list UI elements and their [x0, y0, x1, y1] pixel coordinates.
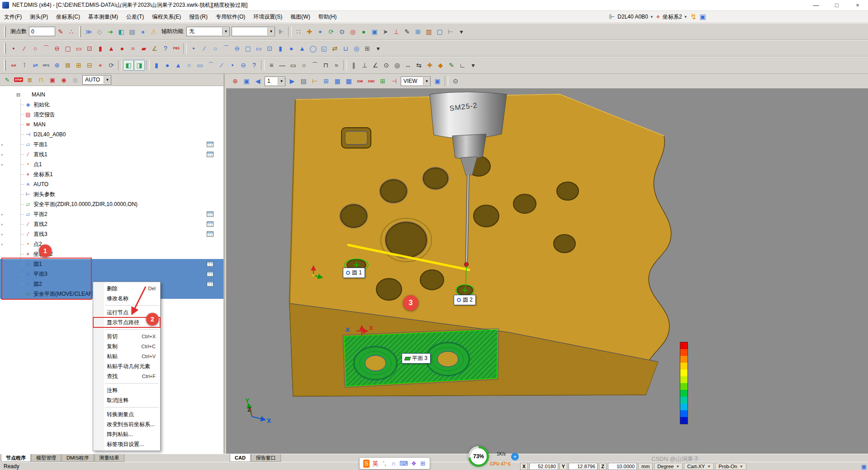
coord-mode-combo[interactable]: Cart-XY▼: [684, 463, 714, 470]
datum-icon[interactable]: ∟: [457, 60, 468, 71]
auto-rect-icon[interactable]: ▭: [194, 60, 205, 71]
iterate-align-icon[interactable]: ⊕: [52, 60, 62, 71]
corner-3d-icon[interactable]: ◱: [318, 43, 329, 54]
rotate-view-icon[interactable]: ⟳: [326, 26, 337, 37]
toolbar-separator[interactable]: [445, 76, 448, 86]
ime-mode-label[interactable]: 英: [372, 460, 379, 468]
annotate-pen-icon[interactable]: ✎: [402, 26, 413, 37]
hatch-section-icon[interactable]: ≡: [266, 60, 277, 71]
rect-blue-icon[interactable]: ▭: [253, 43, 264, 54]
graph-view-icon[interactable]: ▦: [332, 76, 343, 86]
menu-item[interactable]: 坐标系(C): [52, 11, 84, 23]
line-blue-icon[interactable]: ∕: [199, 43, 210, 54]
view-select-combo[interactable]: VIEW ▼: [401, 77, 431, 86]
result-table-icon[interactable]: [207, 271, 213, 277]
square-red-icon[interactable]: ▢: [62, 43, 73, 54]
curve-red-icon[interactable]: ≈: [128, 43, 138, 54]
context-menu-item[interactable]: [93, 381, 160, 385]
ellipse-red-icon[interactable]: ⊖: [52, 43, 62, 54]
run-auto-icon[interactable]: ≫: [83, 26, 94, 37]
context-menu-item[interactable]: 删除 Del: [93, 283, 160, 293]
circle-2d-icon[interactable]: ○: [299, 60, 309, 71]
green-sphere-icon[interactable]: ●: [358, 26, 369, 37]
tree-node[interactable]: ▱ 安全平面(ZDIR,10.0000,ZDIR,10.0000,ON): [0, 199, 223, 209]
plane3-label[interactable]: 平面 3: [402, 353, 431, 364]
machine-status-icon[interactable]: ▣: [700, 13, 706, 21]
menu-item[interactable]: 基本测量(M): [84, 11, 122, 23]
ime-mic-icon[interactable]: ∩: [390, 460, 397, 468]
cad-scene[interactable]: SM25-2 X X: [226, 89, 868, 454]
context-menu-item[interactable]: 粘贴手动几何元素: [93, 361, 160, 371]
zoom-icon[interactable]: ⊙: [450, 76, 461, 86]
auto-ellipse-icon[interactable]: ⊖: [238, 60, 249, 71]
simulate-sphere-icon[interactable]: ●: [138, 26, 148, 37]
auto-line-icon[interactable]: ∕: [216, 60, 227, 71]
point-blue-icon[interactable]: •: [188, 43, 199, 54]
probe-find-icon[interactable]: ◉: [59, 75, 69, 85]
collision-check-icon[interactable]: ▣: [47, 75, 57, 85]
tree-node[interactable]: ▸ • 点2: [0, 239, 223, 249]
auto-help-icon[interactable]: ?: [249, 60, 260, 71]
report-book-icon[interactable]: ▥: [423, 26, 434, 37]
new-report-icon[interactable]: ▤: [298, 76, 309, 86]
warning-icon[interactable]: ⚠: [148, 26, 159, 37]
sogou-logo-icon[interactable]: S: [363, 460, 370, 468]
surface-red-icon[interactable]: ▰: [138, 43, 149, 54]
concentric2-icon[interactable]: ◎: [392, 60, 403, 71]
sphere-blue-icon[interactable]: ●: [286, 43, 297, 54]
arc-red-icon[interactable]: ⌒: [41, 43, 52, 54]
auto-circle-icon[interactable]: ○: [184, 60, 194, 71]
rotate-view-icon[interactable]: ◨: [134, 60, 145, 71]
overlay-view-icon[interactable]: ▩: [343, 76, 354, 86]
tree-node[interactable]: M MAN: [0, 120, 223, 129]
result-table-icon[interactable]: [207, 152, 213, 157]
probe-axis-icon[interactable]: ⌖: [95, 60, 106, 71]
tree-node[interactable]: ⌖ 坐标系1: [0, 169, 223, 179]
arc-2d-icon[interactable]: ⌒: [309, 60, 320, 71]
pan-view-icon[interactable]: ◧: [123, 60, 134, 71]
aux-param-combo[interactable]: ▼: [232, 27, 275, 36]
diamond-tol-icon[interactable]: ◆: [435, 60, 446, 71]
circle2-label[interactable]: 圆 2: [454, 295, 476, 305]
cpu-usage-gauge[interactable]: 73%: [468, 446, 489, 467]
point-cloud-icon[interactable]: ∴: [66, 26, 77, 37]
cone-red-icon[interactable]: ▲: [106, 43, 117, 54]
probe-red-icon[interactable]: ⊣: [389, 76, 399, 86]
lock-icon[interactable]: ⊓: [36, 75, 46, 85]
context-menu-item[interactable]: 转换测量点: [93, 409, 160, 419]
next-report-icon[interactable]: ▶: [287, 76, 298, 86]
circle2-blue-icon[interactable]: ◯: [308, 43, 318, 54]
matrix-icon[interactable]: ⊞: [362, 43, 373, 54]
viewport-tab[interactable]: 报告窗口: [251, 454, 281, 462]
move-point-icon[interactable]: ✚: [424, 60, 435, 71]
probe-mode-combo[interactable]: Prob-On▼: [715, 463, 746, 470]
init-align-icon[interactable]: Init: [8, 60, 19, 71]
menu-item[interactable]: 公差(T): [122, 11, 148, 23]
ime-keyboard-icon[interactable]: ⌨: [399, 460, 408, 468]
context-menu-item[interactable]: [93, 327, 160, 331]
locate-axes-icon[interactable]: ⌖: [315, 26, 326, 37]
point-count-input[interactable]: [29, 27, 55, 36]
context-menu-item[interactable]: 改变到当前坐标系...: [93, 419, 160, 429]
panel-tab[interactable]: 节点程序: [1, 454, 31, 462]
toolbar-separator[interactable]: [146, 60, 150, 71]
context-menu-item[interactable]: [93, 303, 160, 307]
report-doc-icon[interactable]: ▤: [127, 26, 138, 37]
rps-align-icon[interactable]: RPS: [41, 60, 52, 71]
tree-node[interactable]: ▸ ▱ 平面2: [0, 209, 223, 219]
tree-node[interactable]: ⊣ D2L40_A0B0: [0, 129, 223, 139]
parallel-icon[interactable]: ∥: [348, 60, 359, 71]
execute-icon[interactable]: ➔: [105, 26, 116, 37]
toolbar-grip[interactable]: [79, 26, 81, 37]
menu-item[interactable]: 报告(R): [185, 11, 212, 23]
tree-node[interactable]: ▸ ○ 圆1: [0, 259, 223, 269]
point-red-icon[interactable]: •: [8, 43, 19, 54]
toolbar-grip[interactable]: [4, 60, 6, 71]
square-blue-icon[interactable]: ▢: [242, 43, 253, 54]
context-menu-item[interactable]: 剪切 Ctrl+X: [93, 331, 160, 341]
context-menu-item[interactable]: 标签项目设置...: [93, 439, 160, 449]
cad-model-icon[interactable]: ◧: [116, 26, 127, 37]
context-menu-item[interactable]: 阵列粘贴...: [93, 429, 160, 439]
tree-node[interactable]: ⊟ MAIN: [0, 90, 223, 100]
symmetry-icon[interactable]: ⇆: [413, 60, 424, 71]
